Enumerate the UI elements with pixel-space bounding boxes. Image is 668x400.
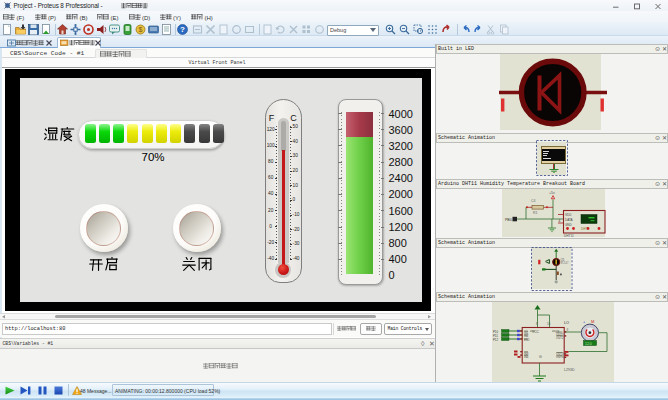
- svg-text:DATA: DATA: [565, 217, 573, 221]
- svg-text:R1: R1: [533, 211, 538, 215]
- svg-text:12.0: 12.0: [585, 341, 592, 345]
- svg-text:BC547: BC547: [561, 261, 569, 265]
- svg-text:VDD: VDD: [565, 212, 572, 216]
- svg-text:16: 16: [547, 321, 551, 325]
- svg-text:DHT: DHT: [581, 227, 587, 231]
- svg-text:L293D: L293D: [564, 367, 575, 371]
- svg-text:PB0: PB0: [505, 217, 512, 221]
- svg-text:+: +: [583, 318, 586, 323]
- svg-text:GND: GND: [565, 222, 573, 226]
- svg-text:LO: LO: [564, 321, 569, 325]
- svg-text:C4: C4: [531, 199, 536, 203]
- svg-text:$: $: [139, 26, 143, 33]
- svg-text:+5v: +5v: [549, 190, 555, 194]
- svg-text:G: G: [539, 355, 542, 359]
- svg-text:DHT11: DHT11: [564, 233, 574, 237]
- svg-text:M: M: [591, 318, 594, 323]
- svg-text:OUT2: OUT2: [556, 336, 564, 340]
- svg-text:Q1: Q1: [561, 258, 565, 262]
- svg-text:P12: P12: [493, 337, 498, 341]
- svg-text:?: ?: [180, 25, 185, 34]
- svg-text:4: 4: [558, 219, 560, 223]
- svg-text:3: 3: [567, 328, 569, 332]
